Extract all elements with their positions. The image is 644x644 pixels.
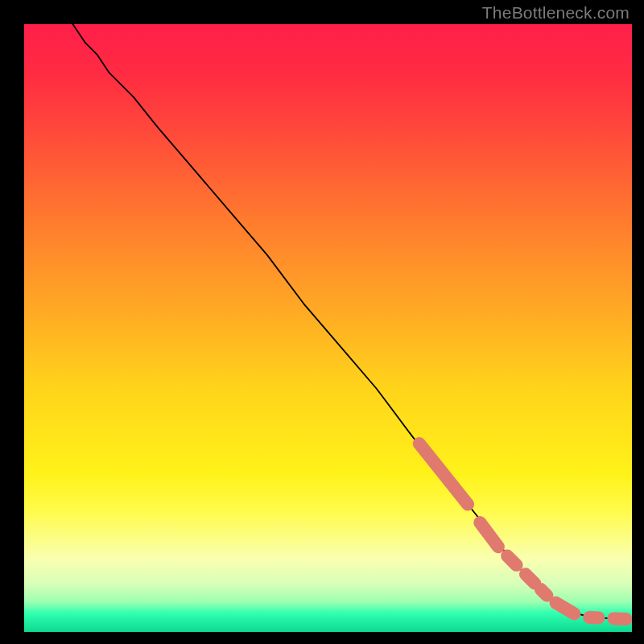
curve-layer [24,24,632,632]
series-markers [419,444,626,619]
attribution-label: TheBottleneck.com [482,3,630,23]
series-line [72,24,625,619]
chart-plot-area [24,24,632,632]
